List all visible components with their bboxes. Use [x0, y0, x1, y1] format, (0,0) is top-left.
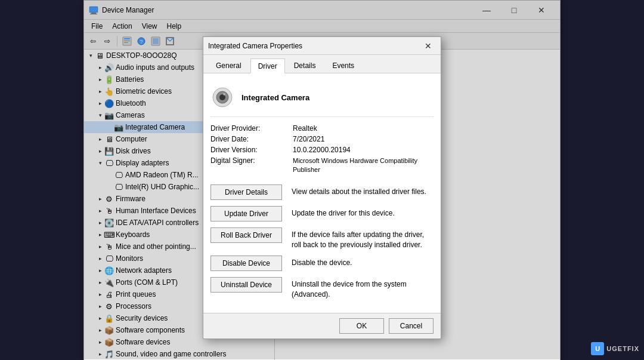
- tab-driver[interactable]: Driver: [250, 59, 285, 73]
- action-button-3[interactable]: Disable Device: [210, 256, 282, 271]
- action-desc-1: Update the driver for this device.: [292, 206, 434, 219]
- action-button-0[interactable]: Driver Details: [210, 184, 282, 200]
- svg-point-15: [223, 93, 225, 96]
- action-desc-2: If the device fails after updating the d…: [292, 227, 434, 250]
- dialog-body: Integrated Camera Driver Provider: Realt…: [203, 73, 441, 313]
- tab-general[interactable]: General: [208, 59, 249, 73]
- date-label: Driver Date:: [210, 135, 288, 143]
- dialog-footer: OK Cancel: [203, 313, 441, 339]
- action-row-2: Roll Back DriverIf the device fails afte…: [210, 227, 434, 250]
- device-display-name: Integrated Camera: [242, 93, 309, 102]
- dialog-close-button[interactable]: ✕: [420, 38, 436, 54]
- date-value: 7/20/2021: [293, 135, 434, 143]
- version-value: 10.0.22000.20194: [293, 146, 434, 154]
- action-button-2[interactable]: Roll Back Driver: [210, 227, 282, 243]
- watermark-icon: U: [591, 342, 604, 355]
- dialog-title: Integrated Camera Properties: [208, 42, 420, 50]
- dialog-tabs: General Driver Details Events: [203, 55, 441, 73]
- provider-label: Driver Provider:: [210, 124, 288, 133]
- provider-value: Realtek: [293, 124, 434, 133]
- watermark: U UGETFIX: [591, 342, 639, 355]
- properties-dialog: Integrated Camera Properties ✕ General D…: [203, 36, 441, 339]
- action-desc-3: Disable the device.: [292, 256, 434, 268]
- action-button-1[interactable]: Update Driver: [210, 206, 282, 221]
- action-button-4[interactable]: Uninstall Device: [210, 277, 282, 293]
- device-manager-window: Device Manager — □ ✕ File Action View He…: [83, 0, 561, 360]
- action-row-4: Uninstall DeviceUninstall the device fro…: [210, 277, 434, 300]
- dialog-title-bar: Integrated Camera Properties ✕: [203, 37, 441, 55]
- device-icon: [210, 85, 234, 109]
- dialog-overlay: Integrated Camera Properties ✕ General D…: [84, 1, 560, 359]
- action-desc-0: View details about the installed driver …: [292, 184, 434, 197]
- action-desc-4: Uninstall the device from the system (Ad…: [292, 277, 434, 300]
- tab-events[interactable]: Events: [324, 59, 362, 73]
- driver-info-grid: Driver Provider: Realtek Driver Date: 7/…: [210, 124, 434, 175]
- action-row-0: Driver DetailsView details about the ins…: [210, 184, 434, 200]
- tab-details[interactable]: Details: [286, 59, 324, 73]
- version-label: Driver Version:: [210, 146, 288, 154]
- ok-button[interactable]: OK: [339, 318, 384, 334]
- device-header: Integrated Camera: [210, 81, 434, 117]
- signer-value: Microsoft Windows Hardware Compatibility…: [293, 156, 434, 175]
- watermark-text: UGETFIX: [606, 345, 639, 352]
- signer-label: Digital Signer:: [210, 156, 288, 175]
- action-row-3: Disable DeviceDisable the device.: [210, 256, 434, 271]
- cancel-button[interactable]: Cancel: [389, 318, 434, 334]
- action-row-1: Update DriverUpdate the driver for this …: [210, 206, 434, 221]
